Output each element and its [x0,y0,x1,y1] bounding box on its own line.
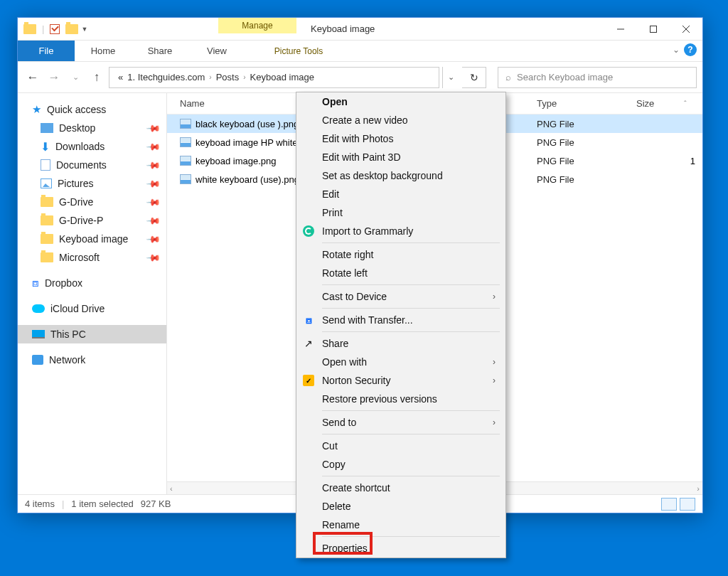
image-file-icon [180,137,191,147]
download-icon: ⬇ [41,140,50,154]
tab-share[interactable]: Share [132,41,188,61]
file-type: PNG File [537,119,636,129]
sidebar-item-gdrive[interactable]: G-Drive 📌 [18,193,166,211]
network-icon [32,355,43,365]
ctx-grammarly[interactable]: Import to Grammarly [296,222,505,240]
ctx-rotate-right[interactable]: Rotate right [296,245,505,264]
pin-icon: 📌 [146,194,161,210]
image-file-icon [180,174,191,184]
tab-home[interactable]: Home [75,41,132,61]
scroll-right-icon[interactable]: › [697,484,700,493]
close-button[interactable] [670,18,702,40]
maximize-button[interactable] [637,18,670,40]
ctx-open[interactable]: Open [296,92,505,111]
ctx-edit-photos[interactable]: Edit with Photos [296,129,505,148]
chevron-right-icon[interactable]: › [209,73,211,81]
ctx-open-with[interactable]: Open with› [296,353,505,371]
sidebar-item-pictures[interactable]: Pictures 📌 [18,174,166,193]
address-bar[interactable]: « 1. Itechguides.com › Posts › Keyboad i… [109,67,439,88]
breadcrumb-seg[interactable]: Keyboad image [250,72,314,82]
norton-icon: ✓ [303,375,314,386]
col-type[interactable]: Type [537,98,636,109]
ctx-create-shortcut[interactable]: Create shortcut [296,479,505,497]
sidebar-item-label: This PC [50,329,86,340]
nav-up-button[interactable]: ↑ [87,68,106,87]
help-icon[interactable]: ? [684,43,697,56]
ribbon-collapse-icon[interactable]: ⌄ [673,45,680,55]
address-history-dropdown[interactable]: ⌄ [442,67,459,88]
cloud-icon [32,304,45,313]
tab-file[interactable]: File [18,41,75,61]
window-controls [604,18,702,40]
col-size[interactable]: Size [636,98,684,109]
folder-icon [41,197,53,207]
sidebar-item-label: iCloud Drive [50,303,105,314]
ctx-send-transfer[interactable]: ⧈ Send with Transfer... [296,311,505,329]
sidebar-item-network[interactable]: Network [18,351,166,369]
pin-icon: 📌 [146,250,161,265]
breadcrumb-seg[interactable]: 1. Itechguides.com [127,72,205,82]
sidebar-item-label: Keyboad image [59,233,128,245]
sidebar-item-label: Quick access [47,104,106,115]
ctx-send-to[interactable]: Send to› [296,413,505,432]
view-details-button[interactable] [661,498,677,511]
file-type: PNG File [537,156,636,166]
chevron-right-icon: › [493,375,496,385]
tab-picture-tools[interactable]: Picture Tools [259,41,338,61]
nav-history-dropdown[interactable]: ⌄ [66,68,85,87]
ctx-create-video[interactable]: Create a new video [296,111,505,129]
tab-view[interactable]: View [188,41,245,61]
sidebar-item-icloud[interactable]: iCloud Drive [18,299,166,318]
sidebar-item-keyboad[interactable]: Keyboad image 📌 [18,230,166,248]
minimize-button[interactable] [604,18,637,40]
ctx-edit-paint3d[interactable]: Edit with Paint 3D [296,148,505,166]
desktop-icon [41,123,53,133]
file-name: keyboad image.png [196,156,276,166]
ctx-copy[interactable]: Copy [296,455,505,474]
sidebar-item-gdrivep[interactable]: G-Drive-P 📌 [18,211,166,230]
ctx-rotate-left[interactable]: Rotate left [296,264,505,282]
sidebar-item-documents[interactable]: Documents 📌 [18,156,166,174]
ctx-edit[interactable]: Edit [296,185,505,203]
chevron-right-icon[interactable]: › [243,73,245,81]
sidebar-item-quick-access[interactable]: ★ Quick access [18,100,166,119]
folder-icon [23,24,36,34]
ctx-cast[interactable]: Cast to Device› [296,287,505,306]
search-icon: ⌕ [505,72,511,82]
ctx-norton[interactable]: ✓ Norton Security› [296,371,505,390]
nav-back-button[interactable]: ← [23,68,42,87]
sidebar-item-label: Desktop [59,122,95,134]
folder-icon [41,252,53,262]
view-switcher [661,498,695,511]
ctx-share[interactable]: ↗ Share [296,334,505,353]
refresh-button[interactable]: ↻ [462,67,486,88]
breadcrumb-seg[interactable]: Posts [216,72,240,82]
sidebar-item-dropbox[interactable]: ⧈ Dropbox [18,274,166,292]
ctx-delete[interactable]: Delete [296,497,505,516]
sidebar-item-microsoft[interactable]: Microsoft 📌 [18,248,166,267]
chevron-right-icon: › [493,417,496,427]
sidebar-item-thispc[interactable]: This PC [18,325,166,343]
qat-divider: | [42,23,44,34]
ctx-restore[interactable]: Restore previous versions [296,390,505,408]
chevron-right-icon: › [493,357,496,367]
ctx-print[interactable]: Print [296,203,505,222]
folder-icon [41,234,53,244]
nav-forward-button[interactable]: → [45,68,63,87]
qat-dropdown-icon[interactable]: ▼ [81,26,87,33]
view-large-icons-button[interactable] [680,498,695,511]
file-type: PNG File [537,174,636,185]
column-scroll-indicator[interactable]: ˆ [684,100,697,108]
properties-qat-icon[interactable] [50,24,60,34]
search-input[interactable]: ⌕ Search Keyboad image [498,67,697,88]
star-icon: ★ [32,103,41,116]
sidebar-item-label: Downloads [55,141,105,152]
sidebar-item-downloads[interactable]: ⬇ Downloads 📌 [18,137,166,156]
new-folder-qat-icon[interactable] [65,24,78,34]
scroll-left-icon[interactable]: ‹ [170,484,173,493]
ctx-cut[interactable]: Cut [296,437,505,455]
sidebar-item-desktop[interactable]: Desktop 📌 [18,119,166,137]
svg-rect-1 [651,26,657,32]
ctx-set-background[interactable]: Set as desktop background [296,166,505,185]
pin-icon: 📌 [146,213,161,228]
